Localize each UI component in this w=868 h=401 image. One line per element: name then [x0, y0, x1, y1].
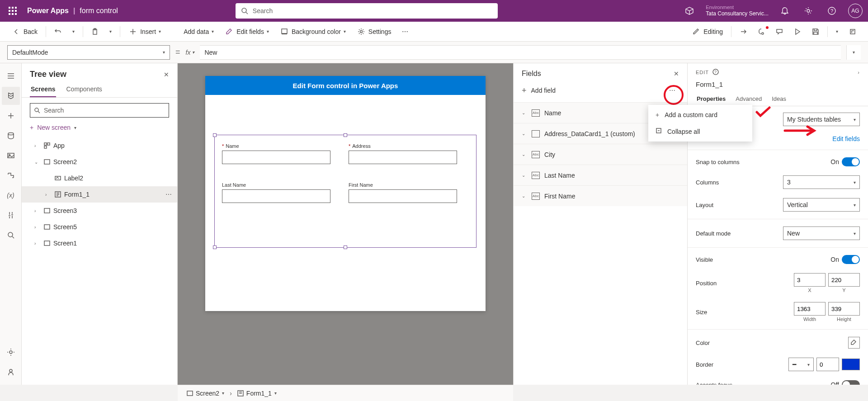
datasource-select[interactable]: My Students tables▾ [783, 113, 860, 126]
tree-item-screen1[interactable]: › Screen1 [22, 235, 177, 251]
rail-data-icon[interactable] [2, 127, 20, 145]
tree-item-more-button[interactable]: ⋯ [165, 191, 172, 198]
props-tab-ideas[interactable]: Ideas [771, 93, 787, 106]
edit-fields-button[interactable]: Edit fields▾ [220, 24, 274, 39]
svg-line-21 [38, 111, 40, 113]
edit-fields-link[interactable]: Edit fields [832, 135, 860, 142]
accepts-focus-toggle[interactable] [842, 380, 860, 385]
overflow-button[interactable]: ⋯ [397, 25, 413, 38]
position-x-input[interactable] [794, 273, 826, 287]
snap-toggle[interactable] [842, 157, 860, 166]
undo-button[interactable] [50, 25, 66, 38]
field-row-city[interactable]: ⌄AbcCity [514, 144, 687, 165]
edit-fields-icon [225, 27, 234, 36]
prop-accepts-focus-label: Accepts focus [696, 382, 732, 385]
share-button[interactable] [735, 25, 751, 38]
props-tab-properties[interactable]: Properties [696, 93, 726, 106]
collapse-props-button[interactable]: › [858, 70, 860, 75]
firstname-input[interactable] [349, 189, 457, 203]
settings-icon[interactable] [801, 4, 816, 18]
rail-tools-icon[interactable] [2, 206, 20, 224]
breadcrumb-form1-1[interactable]: Form1_1 ▾ [234, 388, 280, 399]
fx-label[interactable]: fx▾ [186, 49, 195, 56]
props-tab-advanced[interactable]: Advanced [735, 93, 763, 106]
tree-item-screen3[interactable]: › Screen3 [22, 203, 177, 219]
save-button[interactable] [807, 25, 824, 38]
expand-formula-button[interactable]: ▾ [846, 45, 861, 60]
rail-tree-icon[interactable] [2, 87, 20, 105]
tree-item-label2[interactable]: Label2 [22, 170, 177, 186]
rail-ai-icon[interactable] [2, 363, 20, 381]
lastname-input[interactable] [222, 189, 330, 203]
formula-input[interactable]: New [200, 45, 841, 60]
rail-media-icon[interactable] [2, 146, 20, 165]
notifications-icon[interactable] [778, 4, 792, 18]
layout-select[interactable]: Vertical▾ [783, 198, 860, 212]
paste-button[interactable] [87, 25, 103, 38]
play-button[interactable] [789, 25, 806, 38]
environment-label[interactable]: Environment Tata Consultancy Servic... [706, 5, 769, 17]
field-row-lastname[interactable]: ⌄AbcLast Name [514, 165, 687, 185]
size-width-input[interactable] [794, 302, 826, 316]
tree-item-app[interactable]: › App [22, 137, 177, 154]
publish-dropdown[interactable]: ▾ [831, 26, 843, 37]
bg-color-button[interactable]: Background color▾ [275, 24, 350, 39]
paste-dropdown[interactable]: ▾ [105, 26, 116, 37]
tree-item-screen5[interactable]: › Screen5 [22, 219, 177, 235]
tree-item-screen2[interactable]: ⌄ Screen2 [22, 154, 177, 170]
canvas[interactable]: Edit Form control in Power Apps *Name *A… [205, 76, 486, 311]
border-width-input[interactable] [816, 358, 839, 371]
rail-flow-icon[interactable] [2, 166, 20, 184]
menu-collapse-all[interactable]: Collapse all [648, 123, 752, 140]
checker-button[interactable] [753, 25, 769, 38]
visible-toggle[interactable] [842, 255, 860, 264]
insert-button[interactable]: Insert▾ [124, 24, 165, 39]
address-input[interactable] [349, 151, 457, 164]
undo-dropdown[interactable]: ▾ [68, 26, 79, 37]
rail-variables-icon[interactable]: (x) [2, 186, 20, 204]
props-help-icon[interactable]: ? [712, 69, 719, 76]
prop-size-label: Size [696, 309, 707, 316]
add-data-button[interactable]: Add data▾ [167, 24, 218, 39]
help-icon[interactable]: ? [825, 4, 839, 18]
close-fields-button[interactable]: ✕ [674, 70, 679, 77]
position-y-input[interactable] [828, 273, 860, 287]
rail-hamburger-icon[interactable] [2, 67, 20, 85]
screen-icon [43, 158, 51, 165]
name-input[interactable] [222, 151, 330, 164]
user-avatar[interactable]: AG [848, 4, 863, 18]
form-selection[interactable]: *Name *Address Last Name First Name [214, 135, 476, 248]
property-select[interactable]: DefaultMode▾ [7, 45, 170, 60]
rail-insert-icon[interactable] [2, 107, 20, 125]
border-color-swatch[interactable] [842, 359, 860, 370]
menu-add-custom-card[interactable]: + Add a custom card [648, 107, 752, 123]
breadcrumb-screen2[interactable]: Screen2 ▾ [183, 388, 228, 399]
svg-point-16 [8, 232, 13, 237]
comments-button[interactable] [771, 25, 788, 38]
app-launcher-icon[interactable] [5, 4, 20, 18]
svg-point-11 [762, 33, 764, 34]
environment-icon[interactable] [682, 4, 697, 18]
tree-search-input[interactable]: Search [30, 103, 169, 118]
publish-button[interactable] [844, 25, 861, 38]
back-button[interactable]: Back [7, 24, 42, 39]
tab-components[interactable]: Components [65, 82, 103, 97]
prop-defaultmode-label: Default mode [696, 230, 731, 237]
close-tree-button[interactable]: ✕ [164, 71, 169, 78]
tab-screens[interactable]: Screens [30, 82, 56, 97]
global-search-input[interactable]: Search [236, 3, 498, 19]
defaultmode-select[interactable]: New▾ [783, 226, 860, 240]
columns-select[interactable]: 3▾ [783, 175, 860, 189]
color-picker-button[interactable] [848, 337, 860, 349]
rail-search-icon[interactable] [2, 226, 20, 244]
add-field-button[interactable]: + Add field ⋯ [514, 81, 687, 102]
tree-item-form1-1[interactable]: › Form1_1 ⋯ [22, 186, 177, 203]
border-style-select[interactable]: ━▾ [788, 358, 814, 371]
size-height-input[interactable] [828, 302, 860, 316]
rail-settings-icon[interactable] [2, 343, 20, 361]
new-screen-button[interactable]: + New screen ▾ [30, 121, 169, 134]
field-row-firstname[interactable]: ⌄AbcFirst Name [514, 185, 687, 206]
editing-mode-button[interactable]: Editing [687, 24, 727, 39]
settings-button[interactable]: Settings [352, 24, 396, 39]
fields-more-button[interactable]: ⋯ [665, 85, 679, 96]
